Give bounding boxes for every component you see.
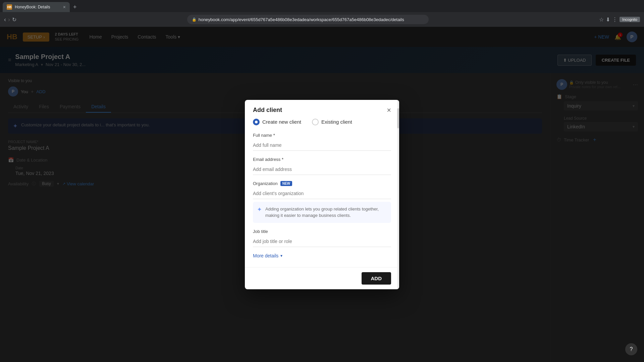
modal-footer: ADD <box>245 267 399 289</box>
modal-scrollbar[interactable] <box>397 100 399 289</box>
modal-close-button[interactable]: × <box>387 107 391 114</box>
job-title-label: Job title <box>253 229 391 234</box>
modal-title: Add client <box>253 107 282 114</box>
more-details-label: More details <box>253 253 278 258</box>
add-button[interactable]: ADD <box>362 272 391 285</box>
more-details-chevron-icon: ▾ <box>280 253 282 258</box>
add-client-modal: Add client × Create new client Existing <box>245 100 399 289</box>
app-background: HB SETUP › 2 DAYS LEFT SEE PRICING Home … <box>0 27 644 362</box>
full-name-input[interactable] <box>253 140 391 151</box>
email-field-group: Email address * <box>253 157 391 175</box>
create-new-client-label: Create new client <box>262 119 301 125</box>
organization-input[interactable] <box>253 188 391 199</box>
org-info-text: Adding organization lets you group relat… <box>265 206 387 219</box>
job-title-input[interactable] <box>253 236 391 247</box>
org-label: Organization <box>253 181 278 186</box>
browser-chrome: HB HoneyBook: Details × + <box>0 0 644 12</box>
address-bar[interactable]: 🔒 honeybook.com/app/event/655d767a5e486b… <box>187 15 429 24</box>
url-text: honeybook.com/app/event/655d767a5e486b08… <box>199 17 404 22</box>
radio-group: Create new client Existing client <box>253 119 391 125</box>
radio-existing[interactable]: Existing client <box>312 119 352 125</box>
incognito-label: Incognito <box>620 17 640 22</box>
full-name-label: Full name * <box>253 133 391 138</box>
modal-body: Create new client Existing client Full n… <box>245 119 399 267</box>
more-details-toggle[interactable]: More details ▾ <box>253 253 391 258</box>
browser-menu-icon[interactable]: ⋮ <box>612 16 618 23</box>
tab-favicon: HB <box>7 4 12 10</box>
full-name-field-group: Full name * <box>253 133 391 151</box>
radio-selected-indicator <box>253 119 260 125</box>
email-required-asterisk: * <box>280 157 283 162</box>
modal-overlay: Add client × Create new client Existing <box>0 27 644 362</box>
org-label-row: Organization NEW <box>253 181 391 186</box>
tab-active[interactable]: HB HoneyBook: Details × <box>3 2 70 12</box>
download-icon[interactable]: ⬇ <box>606 16 610 23</box>
lock-icon: 🔒 <box>192 17 197 22</box>
bookmark-icon[interactable]: ☆ <box>599 16 604 23</box>
new-badge: NEW <box>280 181 292 186</box>
tab-title: HoneyBook: Details <box>15 5 50 9</box>
radio-inner-dot <box>255 121 258 123</box>
organization-field-group: Organization NEW <box>253 181 391 199</box>
radio-unselected-indicator <box>312 119 319 125</box>
existing-client-label: Existing client <box>321 119 352 125</box>
forward-button[interactable]: › <box>8 16 10 23</box>
back-button[interactable]: ‹ <box>4 16 6 23</box>
modal-header: Add client × <box>245 100 399 119</box>
reload-button[interactable]: ↻ <box>12 16 16 23</box>
org-info-box: ✦ Adding organization lets you group rel… <box>253 202 391 223</box>
job-title-field-group: Job title <box>253 229 391 247</box>
required-asterisk: * <box>272 133 275 138</box>
help-button[interactable]: ? <box>625 343 637 355</box>
email-input[interactable] <box>253 164 391 175</box>
radio-create-new[interactable]: Create new client <box>253 119 301 125</box>
new-tab-button[interactable]: + <box>70 2 80 12</box>
info-sparkle-icon: ✦ <box>257 206 262 213</box>
address-bar-row: ‹ › ↻ 🔒 honeybook.com/app/event/655d767a… <box>0 12 644 27</box>
tab-close-icon[interactable]: × <box>63 4 66 10</box>
email-label: Email address * <box>253 157 391 162</box>
scrollbar-thumb[interactable] <box>397 108 399 128</box>
